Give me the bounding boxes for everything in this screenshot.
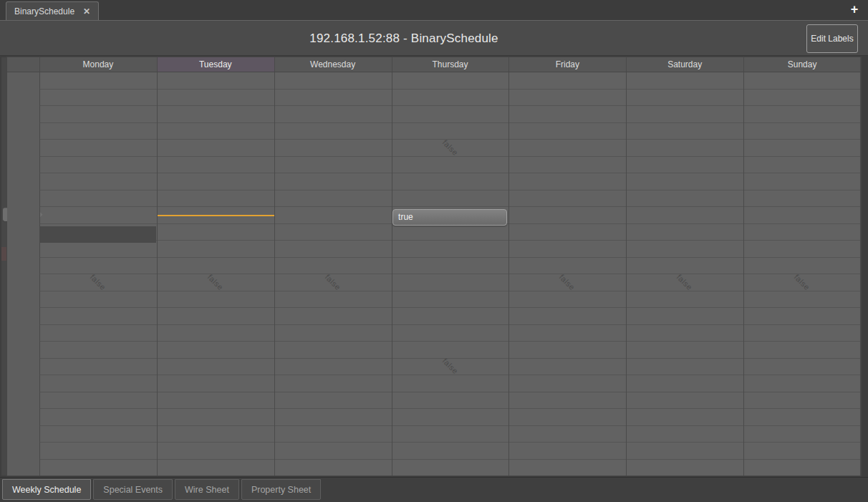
grid-hline [39,89,861,90]
day-header-sunday[interactable]: Sunday [743,57,861,72]
grid-hline [39,257,861,258]
grid-hline [39,392,861,392]
grid-hline [39,105,861,106]
page-title: 192.168.1.52:88 - BinarySchedule [0,21,808,57]
day-header-friday[interactable]: Friday [508,57,626,72]
view-tab-special-events[interactable]: Special Events [93,479,173,500]
left-rail [1,57,7,476]
event-label: true [398,212,413,222]
grid-hline [39,459,861,460]
grid-vline [274,57,275,476]
grid-vline [860,57,861,476]
view-tab-weekly-schedule[interactable]: Weekly Schedule [2,479,91,500]
grid-hline [39,156,861,157]
grid-hline [39,122,861,123]
title-bar: 192.168.1.52:88 - BinarySchedule Edit La… [0,20,868,56]
grid-vline [39,57,40,476]
day-header-monday[interactable]: Monday [39,57,157,72]
new-tab-icon[interactable]: + [847,2,862,16]
edit-labels-button[interactable]: Edit Labels [806,24,858,53]
grid-hline [39,190,861,190]
view-tab-property-sheet[interactable]: Property Sheet [241,479,321,500]
view-tab-wire-sheet[interactable]: Wire Sheet [175,479,239,500]
view-tabs: Weekly ScheduleSpecial EventsWire SheetP… [2,479,321,500]
time-gutter [7,72,39,476]
event-block-thursday[interactable]: true [392,209,507,226]
binary-schedule-window: BinarySchedule ✕ + 192.168.1.52:88 - Bin… [0,0,868,502]
grid-hline [39,358,861,359]
grid-hline [39,425,861,426]
grid-hline [39,324,861,325]
grid-vline [626,57,627,476]
grid-hline [39,139,861,140]
grid-hline [39,307,861,308]
grid-vline [743,57,744,476]
rail-position-marker [1,247,6,261]
selection-block-monday[interactable] [40,226,157,243]
header-divider [7,72,861,72]
grid-hline [39,274,861,274]
event-start-line-tuesday[interactable] [157,215,274,216]
grid-hline [39,375,861,375]
close-icon[interactable]: ✕ [83,7,90,16]
weekly-schedule-grid[interactable]: MondayTuesdayWednesdayThursdayFridaySatu… [7,57,861,476]
grid-hline [39,408,861,409]
grid-hline [39,173,861,173]
grid-hline [39,341,861,342]
grid-hline [39,291,861,291]
grid-hline [39,240,861,241]
day-header-thursday[interactable]: Thursday [392,57,509,72]
day-header-tuesday[interactable]: Tuesday [157,57,274,72]
document-tab-strip: BinarySchedule ✕ + [0,0,868,20]
grid-hline [39,206,861,207]
day-header-wednesday[interactable]: Wednesday [274,57,392,72]
grid-vline [508,57,509,476]
day-header-saturday[interactable]: Saturday [626,57,743,72]
grid-vline [392,57,392,476]
grid-vline [157,57,158,476]
view-tab-bar: Weekly ScheduleSpecial EventsWire SheetP… [0,477,868,502]
grid-hline [39,442,861,443]
tab-binary-schedule[interactable]: BinarySchedule ✕ [6,1,99,20]
tab-title: BinarySchedule [14,6,74,16]
grid-corner [7,57,39,72]
